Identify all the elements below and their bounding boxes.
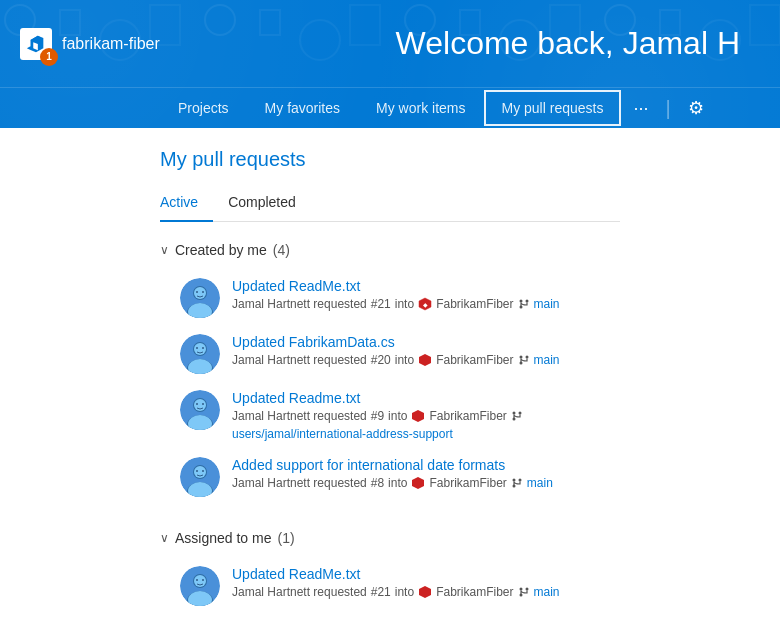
avatar-2	[180, 334, 220, 374]
pr-meta-5: Jamal Hartnett requested #21 into Fabrik…	[232, 585, 620, 599]
svg-point-6	[202, 291, 204, 293]
svg-point-32	[518, 412, 521, 415]
chevron-down-icon-2: ∨	[160, 531, 169, 545]
welcome-message: Welcome back, Jamal H	[180, 25, 740, 62]
pr-item-4: Added support for international date for…	[180, 449, 620, 505]
tab-active[interactable]: Active	[160, 186, 213, 222]
pr-meta-3: Jamal Hartnett requested #9 into Fabrika…	[232, 409, 620, 441]
svg-point-17	[196, 347, 198, 349]
pr-info-1: Updated ReadMe.txt Jamal Hartnett reques…	[232, 278, 620, 311]
pr-author-5: Jamal Hartnett requested	[232, 585, 367, 599]
badge-1: 1	[40, 48, 58, 66]
pr-repo-1: FabrikamFiber	[436, 297, 513, 311]
nav-bar: Projects My favorites My work items My p…	[0, 87, 780, 128]
section-count-created-by-me: (4)	[273, 242, 290, 258]
pr-branch-1: main	[534, 297, 560, 311]
pr-author-4: Jamal Hartnett requested	[232, 476, 367, 490]
repo-icon-2	[418, 353, 432, 367]
pr-meta-4: Jamal Hartnett requested #8 into Fabrika…	[232, 476, 620, 490]
nav-more-button[interactable]: ···	[621, 90, 660, 127]
pr-info-5: Updated ReadMe.txt Jamal Hartnett reques…	[232, 566, 620, 599]
section-header-assigned-to-me[interactable]: ∨ Assigned to me (1)	[160, 530, 620, 546]
svg-marker-52	[419, 586, 431, 598]
pr-number-1: #21	[371, 297, 391, 311]
nav-settings-button[interactable]: ⚙	[676, 89, 716, 127]
svg-point-9	[519, 300, 522, 303]
branch-icon-3	[511, 410, 523, 422]
svg-point-20	[519, 356, 522, 359]
pr-number-3: #9	[371, 409, 384, 423]
pr-author-1: Jamal Hartnett requested	[232, 297, 367, 311]
svg-point-39	[196, 470, 198, 472]
repo-icon-3	[411, 409, 425, 423]
pr-info-3: Updated Readme.txt Jamal Hartnett reques…	[232, 390, 620, 441]
pr-repo-5: FabrikamFiber	[436, 585, 513, 599]
svg-point-40	[202, 470, 204, 472]
into-text-5: into	[395, 585, 414, 599]
branch-icon-1	[518, 298, 530, 310]
tabs-container: Active Completed	[160, 186, 620, 222]
svg-point-51	[202, 579, 204, 581]
pr-number-4: #8	[371, 476, 384, 490]
pr-repo-4: FabrikamFiber	[429, 476, 506, 490]
tab-completed[interactable]: Completed	[228, 186, 311, 221]
svg-point-29	[202, 403, 204, 405]
pr-repo-2: FabrikamFiber	[436, 353, 513, 367]
pr-title-4[interactable]: Added support for international date for…	[232, 457, 620, 473]
header: 1 fabrikam-fiber Welcome back, Jamal H P…	[0, 0, 780, 128]
nav-projects[interactable]: Projects	[160, 88, 247, 128]
svg-marker-19	[419, 354, 431, 366]
nav-favorites[interactable]: My favorites	[247, 88, 358, 128]
svg-point-21	[525, 356, 528, 359]
svg-point-50	[196, 579, 198, 581]
pr-title-3[interactable]: Updated Readme.txt	[232, 390, 620, 406]
avatar-1	[180, 278, 220, 318]
pr-title-5[interactable]: Updated ReadMe.txt	[232, 566, 620, 582]
pr-branch-4: main	[527, 476, 553, 490]
pr-author-3: Jamal Hartnett requested	[232, 409, 367, 423]
svg-point-42	[512, 479, 515, 482]
branch-icon-2	[518, 354, 530, 366]
nav-pull-requests[interactable]: My pull requests	[484, 90, 622, 126]
into-text-3: into	[388, 409, 407, 423]
section-title-created-by-me: Created by me	[175, 242, 267, 258]
pr-title-2[interactable]: Updated FabrikamData.cs	[232, 334, 620, 350]
avatar-3	[180, 390, 220, 430]
pr-item-2: Updated FabrikamData.cs Jamal Hartnett r…	[180, 326, 620, 382]
section-created-by-me: ∨ Created by me (4) Update	[160, 242, 620, 505]
repo-icon-4	[411, 476, 425, 490]
pr-item-1: Updated ReadMe.txt Jamal Hartnett reques…	[180, 270, 620, 326]
chevron-down-icon: ∨	[160, 243, 169, 257]
main-content: My pull requests Active Completed ∨ Crea…	[0, 128, 780, 640]
section-header-created-by-me[interactable]: ∨ Created by me (4)	[160, 242, 620, 258]
logo-icon[interactable]: 1	[20, 28, 52, 60]
section-assigned-to-me: ∨ Assigned to me (1) Updated ReadMe.t	[160, 530, 620, 614]
repo-icon-5	[418, 585, 432, 599]
nav-work-items[interactable]: My work items	[358, 88, 483, 128]
svg-point-43	[518, 479, 521, 482]
welcome-area: Welcome back, Jamal H	[160, 10, 760, 77]
pr-branch-3: users/jamal/international-address-suppor…	[232, 427, 453, 441]
pr-item-3: Updated Readme.txt Jamal Hartnett reques…	[180, 382, 620, 449]
section-count-assigned-to-me: (1)	[278, 530, 295, 546]
into-text-1: into	[395, 297, 414, 311]
pr-number-5: #21	[371, 585, 391, 599]
section-title-assigned-to-me: Assigned to me	[175, 530, 272, 546]
svg-point-10	[525, 300, 528, 303]
pr-item-5: Updated ReadMe.txt Jamal Hartnett reques…	[180, 558, 620, 614]
pr-info-4: Added support for international date for…	[232, 457, 620, 490]
org-name: fabrikam-fiber	[62, 35, 160, 53]
avatar-5	[180, 566, 220, 606]
pr-title-1[interactable]: Updated ReadMe.txt	[232, 278, 620, 294]
svg-point-54	[525, 588, 528, 591]
header-left: 1 fabrikam-fiber	[20, 28, 160, 60]
svg-point-18	[202, 347, 204, 349]
svg-point-53	[519, 588, 522, 591]
into-text-4: into	[388, 476, 407, 490]
svg-marker-41	[412, 477, 424, 489]
repo-icon-1: ◆	[418, 297, 432, 311]
branch-icon-5	[518, 586, 530, 598]
into-text-2: into	[395, 353, 414, 367]
svg-point-5	[196, 291, 198, 293]
pr-branch-5: main	[534, 585, 560, 599]
